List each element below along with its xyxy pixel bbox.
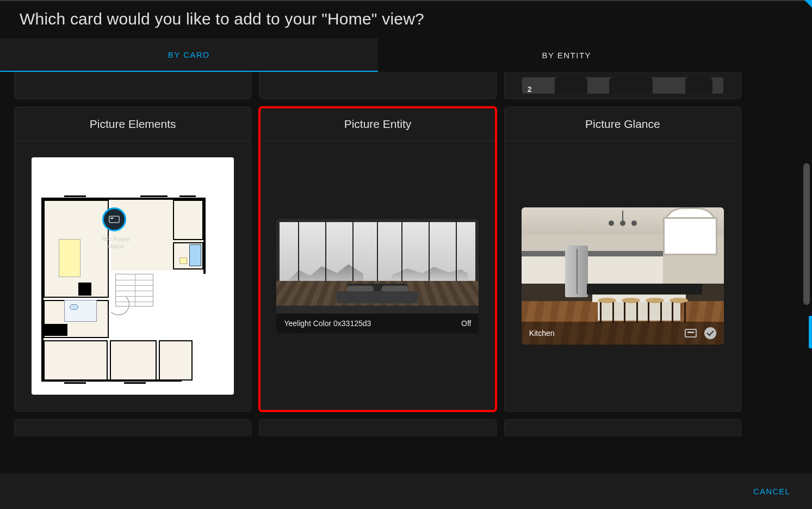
- tab-by-entity[interactable]: BY ENTITY: [378, 38, 756, 72]
- svg-rect-1: [110, 218, 113, 219]
- preview-number: 2: [528, 85, 532, 94]
- card-title: [259, 420, 495, 437]
- dialog-footer: CANCEL: [0, 474, 812, 509]
- glance-room-label: Kitchen: [529, 329, 555, 338]
- card-option-previous-1[interactable]: [14, 72, 251, 99]
- check-circle-icon: [704, 327, 716, 339]
- card-option-previous-3[interactable]: 2: [504, 72, 741, 99]
- add-card-dialog: Which card would you like to add to your…: [0, 0, 755, 474]
- corner-accent-icon: [804, 0, 812, 8]
- card-option-picture-glance[interactable]: Picture Glance: [504, 107, 741, 412]
- picture-entity-preview: Yeelight Color 0x33125d3 Off: [276, 219, 479, 333]
- card-option-next-3[interactable]: [504, 419, 741, 437]
- dialog-title: Which card would you like to add to your…: [0, 0, 755, 38]
- card-option-next-1[interactable]: [14, 419, 251, 437]
- card-title: Picture Elements: [15, 107, 251, 141]
- card-preview: Kitchen: [505, 141, 741, 411]
- rpi-power-badge-icon: [102, 207, 126, 231]
- entity-name: Yeelight Color 0x33125d3: [284, 319, 371, 328]
- card-preview: Yeelight Color 0x33125d3 Off: [259, 141, 495, 411]
- cancel-button[interactable]: CANCEL: [753, 487, 790, 496]
- card-option-next-2[interactable]: [259, 419, 496, 437]
- card-preview: [259, 72, 495, 99]
- rpi-power-label: RPi Power status: [97, 236, 135, 250]
- card-option-picture-entity[interactable]: Picture Entity: [259, 107, 496, 412]
- card-option-previous-2[interactable]: [259, 72, 496, 99]
- card-option-picture-elements[interactable]: Picture Elements: [14, 107, 251, 412]
- right-edge-accent: [809, 316, 812, 348]
- card-preview: RPi Power status: [15, 141, 251, 411]
- card-title: [15, 420, 251, 437]
- tab-bar: BY CARD BY ENTITY: [0, 38, 755, 72]
- tab-by-card[interactable]: BY CARD: [0, 38, 378, 72]
- picture-glance-preview: Kitchen: [522, 207, 724, 345]
- scrollbar-thumb[interactable]: [803, 163, 810, 305]
- scrollbar[interactable]: [802, 82, 811, 471]
- card-preview: 2: [505, 72, 741, 99]
- card-title: [505, 420, 741, 437]
- svg-rect-0: [109, 216, 119, 223]
- device-icon: [685, 327, 697, 339]
- floorplan-image: RPi Power status: [32, 157, 234, 395]
- entity-state: Off: [461, 319, 471, 328]
- card-title: Picture Glance: [505, 107, 741, 141]
- card-picker-scroll[interactable]: 2 Picture Elements: [0, 72, 755, 474]
- card-title: Picture Entity: [259, 107, 495, 141]
- card-preview: [15, 72, 251, 99]
